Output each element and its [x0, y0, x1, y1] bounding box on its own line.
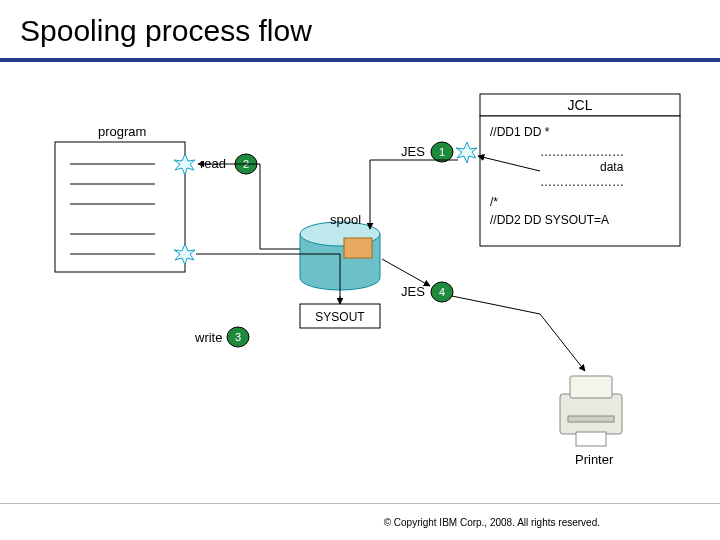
jcl-dd2: //DD2 DD SYSOUT=A — [490, 213, 609, 227]
arrow-jes4-to-printer — [452, 296, 585, 371]
arrow-jes-to-spool — [370, 160, 458, 229]
printer-icon — [560, 376, 622, 446]
jes1-label: JES — [401, 144, 425, 159]
svg-text:1: 1 — [439, 146, 445, 158]
step-3-badge: 3 — [227, 327, 249, 347]
page-title: Spooling process flow — [20, 14, 312, 48]
jcl-data: data — [600, 160, 624, 174]
arrow-spool-to-read — [198, 164, 300, 249]
slide: Spooling process flow JCL //DD1 DD * ………… — [0, 0, 720, 540]
jcl-title: JCL — [568, 97, 593, 113]
jcl-end: /* — [490, 195, 498, 209]
jcl-dd1: //DD1 DD * — [490, 125, 550, 139]
svg-rect-17 — [560, 394, 622, 434]
diagram: JCL //DD1 DD * ………………… data ………………… /* /… — [0, 64, 720, 504]
jes4-label: JES — [401, 284, 425, 299]
spool-label: spool — [330, 212, 361, 227]
burst-icon — [456, 142, 477, 163]
printer-label: Printer — [575, 452, 614, 467]
write-label: write — [194, 330, 222, 345]
svg-rect-9 — [344, 238, 372, 258]
svg-rect-19 — [568, 416, 614, 422]
title-underline — [0, 58, 720, 62]
jcl-dots1: ………………… — [540, 145, 624, 159]
svg-rect-20 — [576, 432, 606, 446]
arrow-spool-to-jes4 — [382, 259, 430, 286]
program-box — [55, 142, 185, 272]
footer-text: © Copyright IBM Corp., 2008. All rights … — [384, 517, 600, 528]
jcl-dots2: ………………… — [540, 175, 624, 189]
step-4-badge: 4 — [431, 282, 453, 302]
program-label: program — [98, 124, 146, 139]
svg-text:4: 4 — [439, 286, 445, 298]
svg-text:3: 3 — [235, 331, 241, 343]
svg-rect-18 — [570, 376, 612, 398]
footer-divider — [0, 503, 720, 504]
sysout-label: SYSOUT — [315, 310, 365, 324]
step-1-badge: 1 — [431, 142, 453, 162]
